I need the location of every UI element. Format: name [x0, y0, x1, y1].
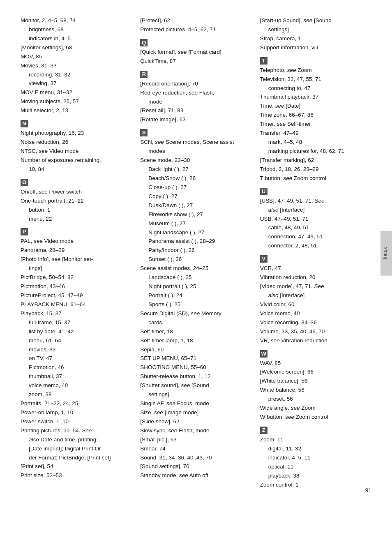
index-entry: White balance, 56: [260, 386, 371, 395]
index-entry: V: [260, 253, 371, 263]
index-entry: Size, see [Image mode]: [140, 408, 251, 417]
index-entry: Pictmotion, 46: [21, 363, 132, 372]
index-entry: settings]: [140, 390, 251, 399]
index-entry: Slow sync, see Flash, mode: [140, 427, 251, 435]
index-entry: Telephoto, see Zoom: [260, 66, 371, 75]
index-page: Monitor, 2, 4–5, 68, 74brightness, 68ind…: [0, 0, 392, 506]
index-entry: Strap, camera, 1: [260, 35, 371, 43]
index-entry: Thumbnail playback, 37: [260, 93, 371, 102]
section-letter-n: N: [21, 120, 28, 127]
index-entry: MOVIE menu, 31–32: [21, 88, 132, 97]
index-entry: connecting to, 47: [260, 84, 371, 93]
index-entry: Party/Indoor ( ), 26: [140, 246, 251, 255]
index-entry: Close-up ( ), 27: [140, 183, 251, 192]
index-entry: Copy ( ), 27: [140, 192, 251, 201]
index-entry: [White balance], 56: [260, 377, 371, 385]
index-entry: [Transfer marking], 62: [260, 156, 371, 165]
index-entry: [Protect], 62: [140, 16, 251, 25]
index-entry: indicators in, 4–5: [21, 35, 132, 43]
index-entry: [Slide show], 62: [140, 418, 251, 426]
index-entry: recording, 31–32: [21, 71, 132, 79]
index-entry: Printing pictures, 50–54. See: [21, 427, 132, 435]
index-entry: 10, 84: [21, 165, 132, 174]
index-entry: Museum ( ), 27: [140, 219, 251, 228]
index-entry: [Print set], 54: [21, 462, 132, 471]
index-entry: Standby mode, see Auto off: [140, 471, 251, 480]
index-entry: viewing, 37: [21, 79, 132, 88]
index-entry: [Start-up Sound], see [Sound: [260, 16, 371, 25]
index-entry: optical, 11: [260, 463, 371, 471]
index-entry: PictureProject, 45, 47–49: [21, 291, 132, 300]
index-entry: der Format; PictBridge; [Print set]: [21, 454, 132, 462]
index-entry: Self-timer lamp, 1, 18: [140, 337, 251, 345]
index-entry: mark, 4–5, 48: [260, 138, 371, 147]
section-letter-r: R: [140, 71, 148, 78]
index-entry: Power-on lamp, 1, 10: [21, 408, 132, 417]
index-entry: W: [260, 348, 371, 358]
index-entry: Z: [260, 424, 371, 435]
index-entry: marking pictures for, 48, 62, 71: [260, 147, 371, 156]
index-entry: [Sound settings], 70: [140, 462, 251, 471]
index-entry: [Quick format], see [Format card]: [140, 48, 251, 57]
index-entry: cards: [140, 318, 251, 327]
index-entry: N: [21, 118, 132, 128]
index-entry: Portraits, 21–22, 24, 25: [21, 399, 132, 408]
index-entry: indicator, 4–5, 11: [260, 454, 371, 462]
index-entry: [Date imprint]; Digital Print Or-: [21, 445, 132, 453]
index-entry: Time, see [Date]: [260, 102, 371, 111]
page-number: 91: [365, 487, 371, 494]
index-entry: Landscape ( ), 25: [140, 273, 251, 282]
index-entry: Single AF, see Focus, mode: [140, 399, 251, 408]
index-entry: Smear, 74: [140, 445, 251, 453]
index-tab: Index: [380, 231, 392, 275]
index-entry: also Date and time, printing;: [21, 436, 132, 444]
index-entry: Voice memo, 40: [260, 309, 371, 318]
index-entry: Night landscape ( ), 27: [140, 228, 251, 237]
index-entry: [Photo info], see [Monitor set-: [21, 255, 132, 264]
index-entry: P: [21, 226, 132, 236]
index-entry: SHOOTING MENU, 55–60: [140, 363, 251, 372]
index-entry: menu, 61–64: [21, 337, 132, 345]
index-entry: Fireworks show ( ), 27: [140, 210, 251, 219]
index-entry: PAL, see Video mode: [21, 237, 132, 246]
index-entry: voice memo, 40: [21, 381, 132, 390]
index-entry: Shutter-release button, 1, 12: [140, 372, 251, 381]
index-entry: USB, 47–49, 51, 71: [260, 215, 371, 224]
index-entry: Vivid color, 60: [260, 300, 371, 309]
index-entry: Transfer, 47–49: [260, 129, 371, 138]
index-entry: [Reset all], 71, 83: [140, 106, 251, 115]
index-entry: Sunset ( ), 26: [140, 255, 251, 264]
index-entry: VCR, 47: [260, 264, 371, 273]
index-entry: Multi selector, 2, 13: [21, 106, 132, 115]
index-entry: [Video mode], 47, 71. See: [260, 282, 371, 291]
index-entry: U: [260, 185, 371, 196]
index-entry: cable, 48, 49, 51: [260, 224, 371, 232]
index-entry: On/off, see Power switch: [21, 188, 132, 196]
index-entry: One-touch portrait, 21–22: [21, 197, 132, 205]
index-entry: [Welcome screen], 66: [260, 368, 371, 376]
index-entry: Support information, viii: [260, 44, 371, 52]
index-entry: [Monitor settings], 68: [21, 44, 132, 52]
index-entry: W button, see Zoom control: [260, 413, 371, 422]
index-entry: Beach/Snow ( ), 26: [140, 174, 251, 183]
index-entry: menu, 22: [21, 215, 132, 224]
column-3: [Start-up Sound], see [Soundsettings]Str…: [260, 16, 380, 489]
index-entry: also [Interface]: [260, 206, 371, 215]
index-entry: on TV, 47: [21, 354, 132, 363]
index-entry: [Record orientation], 70: [140, 80, 251, 88]
index-entry: Time zone, 66–67, 86: [260, 111, 371, 120]
index-entry: Noise reduction, 26: [21, 138, 132, 147]
section-letter-w: W: [260, 350, 267, 358]
section-letter-v: V: [260, 255, 267, 263]
index-entry: T button, see Zoom control: [260, 174, 371, 183]
index-entry: Power switch, 1 ,10: [21, 418, 132, 426]
index-entry: full-frame, 15, 37: [21, 318, 132, 327]
index-entry: Portrait ( ), 24: [140, 291, 251, 300]
index-entry: R: [140, 68, 251, 79]
index-entry: O: [21, 176, 132, 187]
index-entry: [USB], 47–49, 51, 71. See: [260, 197, 371, 205]
index-entry: Sports ( ), 25: [140, 300, 251, 309]
index-entry: mode: [140, 98, 251, 106]
index-entry: Night photography, 16, 23: [21, 129, 132, 138]
index-entry: Wide angle, see Zoom: [260, 404, 371, 413]
